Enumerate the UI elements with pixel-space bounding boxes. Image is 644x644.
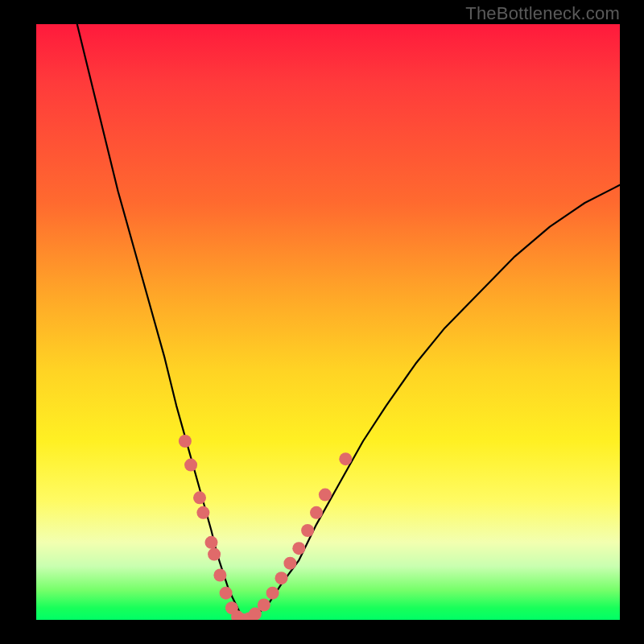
data-markers: [179, 435, 352, 620]
marker-dot: [266, 587, 279, 600]
plot-svg: [36, 24, 620, 620]
marker-dot: [283, 557, 296, 570]
v-curve: [77, 24, 620, 620]
marker-dot: [213, 569, 226, 582]
marker-dot: [301, 524, 314, 537]
marker-dot: [292, 542, 305, 555]
marker-dot: [196, 506, 209, 519]
marker-dot: [208, 548, 221, 561]
marker-dot: [275, 572, 288, 584]
marker-dot: [339, 452, 352, 465]
marker-dot: [258, 599, 270, 612]
watermark-text: TheBottleneck.com: [465, 3, 620, 24]
chart-frame: TheBottleneck.com: [0, 0, 644, 644]
marker-dot: [220, 587, 233, 600]
plot-area: [36, 24, 620, 620]
marker-dot: [310, 506, 323, 519]
marker-dot: [193, 491, 206, 504]
marker-dot: [205, 536, 218, 549]
marker-dot: [179, 435, 192, 448]
marker-dot: [319, 489, 332, 502]
marker-dot: [184, 459, 197, 472]
